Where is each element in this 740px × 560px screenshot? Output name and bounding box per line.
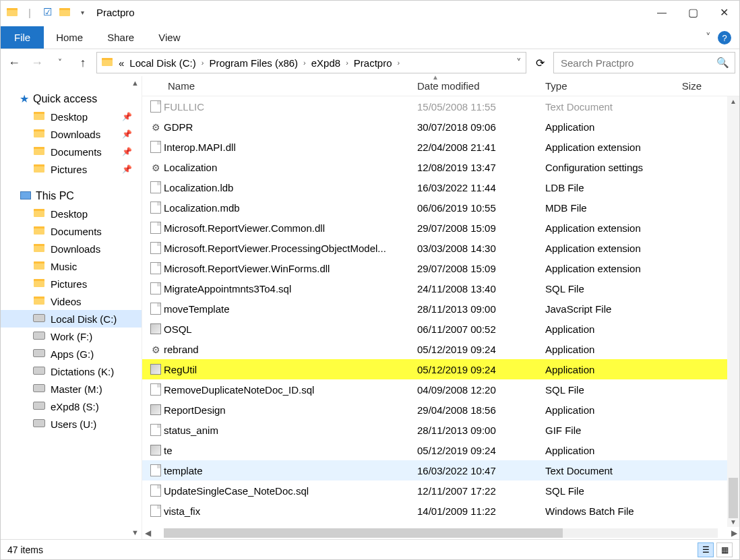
file-rows[interactable]: FULLLIC15/05/2008 11:55Text DocumentGDPR… xyxy=(142,96,727,527)
address-bar[interactable]: « Local Disk (C:) › Program Files (x86) … xyxy=(96,52,526,73)
chevron-right-icon[interactable]: › xyxy=(303,59,306,67)
file-date: 12/11/2007 17:22 xyxy=(417,485,545,497)
file-date: 05/12/2019 09:24 xyxy=(417,344,545,355)
sidebar-item[interactable]: Downloads📌 xyxy=(1,125,142,143)
view-tab[interactable]: View xyxy=(146,26,192,49)
file-date: 04/09/2008 12:20 xyxy=(417,384,545,396)
file-name: Localization.mdb xyxy=(164,202,417,214)
folder-icon xyxy=(33,225,45,237)
sidebar-item-label: Videos xyxy=(51,296,82,307)
column-date[interactable]: Date modified xyxy=(417,80,545,92)
table-row[interactable]: te05/12/2019 09:24Application xyxy=(142,440,727,460)
file-name: Interop.MAPI.dll xyxy=(164,142,417,153)
column-size[interactable]: Size xyxy=(673,80,714,92)
thumbnails-view-button[interactable]: ▦ xyxy=(716,542,733,557)
file-icon xyxy=(150,181,161,193)
sidebar-item[interactable]: Pictures xyxy=(1,275,142,292)
table-row[interactable]: Microsoft.ReportViewer.Common.dll29/07/2… xyxy=(142,218,727,238)
table-row[interactable]: Localization.ldb16/03/2022 11:44LDB File xyxy=(142,177,727,197)
sidebar-item[interactable]: Downloads xyxy=(1,240,142,257)
table-row[interactable]: rebrand05/12/2019 09:24Application xyxy=(142,339,727,359)
scroll-thumb[interactable] xyxy=(164,528,563,538)
folder-icon xyxy=(33,243,45,255)
quick-access-header[interactable]: ★ Quick access xyxy=(1,90,142,108)
table-row[interactable]: ReportDesign29/04/2008 18:56Application xyxy=(142,400,727,420)
table-row[interactable]: MigrateAppointmnts3To4.sql24/11/2008 13:… xyxy=(142,278,727,299)
details-view-button[interactable]: ☰ xyxy=(698,542,714,557)
sidebar-item[interactable]: Dictations (K:) xyxy=(1,363,142,380)
table-row[interactable]: Localization.mdb06/06/2019 10:55MDB File xyxy=(142,197,727,218)
column-name[interactable]: Name xyxy=(148,80,417,92)
table-row[interactable]: moveTemplate28/11/2013 09:00JavaScript F… xyxy=(142,299,727,319)
navigation-pane[interactable]: ▲ ★ Quick access Desktop📌Downloads📌Docum… xyxy=(1,76,142,539)
sidebar-item[interactable]: Apps (G:) xyxy=(1,345,142,363)
search-input[interactable] xyxy=(559,57,694,69)
qat-dropdown-icon[interactable]: ▾ xyxy=(76,6,88,18)
sidebar-item[interactable]: Local Disk (C:) xyxy=(1,310,142,328)
scroll-up-icon[interactable]: ▲ xyxy=(730,98,737,105)
chevron-right-icon[interactable]: › xyxy=(202,59,204,67)
ribbon-expand-icon[interactable]: ˅ xyxy=(706,31,711,43)
forward-button[interactable]: → xyxy=(28,53,47,72)
horizontal-scrollbar[interactable]: ◀ ▶ xyxy=(142,527,739,539)
chevron-right-icon[interactable]: › xyxy=(346,59,348,67)
file-name: Microsoft.ReportViewer.Common.dll xyxy=(164,222,417,234)
file-tab[interactable]: File xyxy=(1,26,44,49)
close-button[interactable]: ✕ xyxy=(708,1,739,23)
scroll-left-icon[interactable]: ◀ xyxy=(142,528,153,538)
table-row[interactable]: FULLLIC15/05/2008 11:55Text Document xyxy=(142,96,727,117)
sidebar-item[interactable]: Master (M:) xyxy=(1,380,142,398)
breadcrumb[interactable]: Program Files (x86) xyxy=(209,57,298,69)
sidebar-item[interactable]: Music xyxy=(1,257,142,275)
sidebar-item[interactable]: Documents📌 xyxy=(1,143,142,160)
table-row[interactable]: RemoveDuplicateNoteDoc_ID.sql04/09/2008 … xyxy=(142,379,727,400)
file-type: Application xyxy=(545,404,673,416)
table-row[interactable]: OSQL06/11/2007 00:52Application xyxy=(142,319,727,339)
table-row[interactable]: Microsoft.ReportViewer.ProcessingObjectM… xyxy=(142,238,727,258)
share-tab[interactable]: Share xyxy=(95,26,146,49)
sidebar-item[interactable]: Users (U:) xyxy=(1,415,142,433)
table-row[interactable]: GDPR30/07/2018 09:06Application xyxy=(142,117,727,137)
scroll-thumb[interactable] xyxy=(729,478,738,518)
sidebar-item[interactable]: Work (F:) xyxy=(1,328,142,345)
breadcrumb[interactable]: Practpro xyxy=(354,57,392,69)
help-icon[interactable]: ? xyxy=(718,31,731,44)
properties-icon[interactable]: ☑ xyxy=(41,6,53,18)
table-row[interactable]: Localization12/08/2019 13:47Configuratio… xyxy=(142,157,727,177)
search-box[interactable]: 🔍 xyxy=(553,52,735,73)
table-row[interactable]: status_anim28/11/2013 09:00GIF File xyxy=(142,420,727,440)
new-folder-icon[interactable] xyxy=(59,6,71,18)
table-row[interactable]: Microsoft.ReportViewer.WinForms.dll29/07… xyxy=(142,258,727,278)
table-row[interactable]: vista_fix14/01/2009 11:22Windows Batch F… xyxy=(142,501,727,521)
home-tab[interactable]: Home xyxy=(44,26,95,49)
scroll-down-icon[interactable]: ▼ xyxy=(730,518,737,526)
qat-separator: | xyxy=(24,6,36,18)
scroll-up-icon[interactable]: ▲ xyxy=(131,79,139,87)
sidebar-item[interactable]: eXpd8 (S:) xyxy=(1,398,142,415)
sidebar-item[interactable]: Desktop📌 xyxy=(1,108,142,125)
table-row[interactable]: template16/03/2022 10:47Text Document xyxy=(142,460,727,480)
vertical-scrollbar[interactable]: ▲ ▼ xyxy=(727,96,739,527)
maximize-button[interactable]: ▢ xyxy=(677,1,708,23)
chevron-right-icon[interactable]: › xyxy=(398,59,400,67)
table-row[interactable]: UpdateSingleCase_NoteDoc.sql12/11/2007 1… xyxy=(142,480,727,501)
sidebar-item[interactable]: Documents xyxy=(1,222,142,240)
scroll-down-icon[interactable]: ▼ xyxy=(131,528,139,536)
column-type[interactable]: Type xyxy=(545,80,673,92)
sidebar-item[interactable]: Desktop xyxy=(1,205,142,222)
this-pc-header[interactable]: This PC xyxy=(1,187,142,205)
minimize-button[interactable]: — xyxy=(646,1,677,23)
breadcrumb[interactable]: eXpd8 xyxy=(311,57,340,69)
scroll-right-icon[interactable]: ▶ xyxy=(729,528,739,538)
address-dropdown-icon[interactable]: ˅ xyxy=(516,57,522,69)
breadcrumb[interactable]: Local Disk (C:) xyxy=(129,57,195,69)
sidebar-item[interactable]: Videos xyxy=(1,292,142,310)
up-button[interactable]: ↑ xyxy=(73,53,92,72)
search-icon[interactable]: 🔍 xyxy=(716,57,729,69)
table-row[interactable]: RegUtil05/12/2019 09:24Application xyxy=(142,359,727,379)
recent-locations-button[interactable]: ˅ xyxy=(51,53,69,72)
table-row[interactable]: Interop.MAPI.dll22/04/2008 21:41Applicat… xyxy=(142,137,727,157)
back-button[interactable]: ← xyxy=(5,53,24,72)
sidebar-item[interactable]: Pictures📌 xyxy=(1,160,142,178)
refresh-button[interactable]: ⟳ xyxy=(530,53,549,72)
